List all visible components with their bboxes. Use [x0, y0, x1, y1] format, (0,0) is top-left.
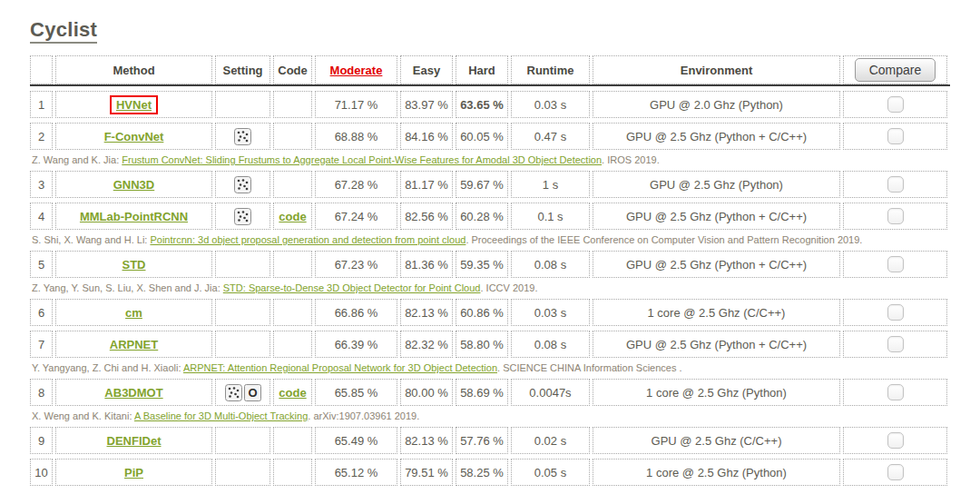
easy-cell: 84.16 % — [400, 123, 453, 150]
citation-authors: X. Weng and K. Kitani: — [32, 410, 134, 421]
compare-checkbox[interactable] — [887, 464, 904, 480]
hard-cell: 63.65 % — [456, 91, 508, 118]
runtime-cell: 0.08 s — [511, 331, 590, 358]
method-cell: DENFIDet — [55, 427, 212, 454]
laser-points-icon — [234, 208, 251, 225]
method-cell: ARPNET — [55, 331, 212, 358]
compare-checkbox[interactable] — [887, 384, 904, 400]
compare-cell — [843, 123, 947, 150]
header-setting: Setting — [215, 55, 270, 84]
citation-paper-link[interactable]: Frustum ConvNet: Sliding Frustums to Agg… — [122, 154, 602, 165]
hard-cell: 60.86 % — [456, 299, 508, 326]
page-title: Cyclist — [30, 18, 950, 42]
moderate-cell: 65.49 % — [315, 427, 397, 454]
setting-cell — [215, 427, 270, 454]
easy-cell: 79.51 % — [400, 459, 453, 486]
setting-icons — [234, 208, 251, 225]
environment-cell: GPU @ 2.5 Ghz (Python) — [593, 171, 840, 198]
table-row: 8AB3DMOTOcode65.85 %80.00 %58.69 %0.0047… — [30, 379, 950, 406]
compare-button[interactable]: Compare — [855, 58, 936, 82]
compare-checkbox[interactable] — [887, 208, 904, 224]
compare-cell — [843, 427, 947, 454]
code-cell — [273, 171, 312, 198]
method-link[interactable]: F-ConvNet — [104, 130, 164, 143]
citation-paper-link[interactable]: ARPNET: Attention Regional Proposal Netw… — [183, 362, 497, 373]
svg-text:O: O — [248, 386, 257, 400]
method-link[interactable]: AB3DMOT — [104, 386, 162, 400]
header-divider — [30, 84, 950, 86]
code-cell — [273, 123, 312, 150]
header-code: Code — [273, 55, 312, 84]
moderate-cell: 67.24 % — [315, 203, 397, 230]
compare-checkbox[interactable] — [887, 336, 904, 352]
method-link[interactable]: MMLab-PointRCNN — [80, 210, 188, 223]
compare-checkbox[interactable] — [887, 96, 904, 113]
page-title-text: Cyclist — [30, 18, 97, 44]
method-link[interactable]: DENFIDet — [107, 434, 162, 448]
table-row: 5STD67.23 %81.36 %59.35 %0.08 sGPU @ 2.5… — [30, 251, 950, 278]
setting-cell — [215, 171, 270, 198]
setting-cell — [215, 203, 270, 230]
compare-checkbox[interactable] — [887, 256, 904, 272]
method-link[interactable]: STD — [122, 258, 146, 272]
citation-paper-link[interactable]: A Baseline for 3D Multi-Object Tracking — [134, 410, 308, 421]
moderate-cell: 65.85 % — [315, 379, 397, 406]
citation-venue: . SCIENCE CHINA Information Sciences . — [497, 362, 682, 373]
citation-authors: Z. Wang and K. Jia: — [32, 154, 122, 165]
easy-cell: 83.97 % — [400, 91, 453, 118]
moderate-cell: 67.23 % — [315, 251, 397, 278]
code-cell — [273, 91, 312, 118]
runtime-cell: 0.08 s — [511, 251, 590, 278]
laser-points-icon — [234, 176, 251, 193]
moderate-cell: 68.88 % — [315, 123, 397, 150]
hard-cell: 58.25 % — [456, 459, 508, 486]
code-cell: code — [273, 203, 312, 230]
compare-cell — [843, 251, 947, 278]
code-link[interactable]: code — [279, 210, 306, 223]
table-row: 4MMLab-PointRCNNcode67.24 %82.56 %60.28 … — [30, 203, 950, 230]
setting-icons — [234, 128, 251, 145]
laser-points-icon — [225, 384, 242, 401]
header-rank — [30, 55, 53, 84]
rank-cell: 9 — [30, 427, 53, 454]
citation-row: Z. Wang and K. Jia: Frustum ConvNet: Sli… — [32, 153, 950, 166]
leaderboard-table: Method Setting Code Moderate Easy Hard R… — [30, 55, 950, 486]
method-cell: STD — [55, 251, 212, 278]
table-header-row: Method Setting Code Moderate Easy Hard R… — [30, 55, 950, 84]
code-link[interactable]: code — [279, 386, 306, 400]
citation-paper-link[interactable]: STD: Sparse-to-Dense 3D Object Detector … — [223, 282, 481, 293]
hard-cell: 58.69 % — [456, 379, 508, 406]
header-method: Method — [55, 55, 212, 84]
easy-cell: 82.32 % — [400, 331, 453, 358]
compare-checkbox[interactable] — [887, 176, 904, 193]
environment-cell: GPU @ 2.5 Ghz (Python + C/C++) — [593, 123, 840, 150]
citation-authors: Z. Yang, Y. Sun, S. Liu, X. Shen and J. … — [32, 282, 223, 293]
easy-cell: 81.17 % — [400, 171, 453, 198]
method-link[interactable]: PiP — [124, 466, 143, 479]
method-link[interactable]: cm — [125, 306, 142, 320]
highlight-box: HVNet — [110, 95, 158, 114]
moderate-cell: 66.39 % — [315, 331, 397, 358]
hard-cell: 60.28 % — [456, 203, 508, 230]
method-link[interactable]: ARPNET — [110, 338, 158, 351]
compare-checkbox[interactable] — [887, 304, 904, 321]
compare-cell — [843, 459, 947, 486]
citation-authors: S. Shi, X. Wang and H. Li: — [32, 234, 150, 245]
method-cell: cm — [55, 299, 212, 326]
page: Cyclist Method Setting Code Moderate Eas… — [0, 0, 950, 486]
citation-row: S. Shi, X. Wang and H. Li: Pointrcnn: 3d… — [32, 233, 950, 246]
environment-cell: 1 core @ 2.5 Ghz (C/C++) — [593, 299, 840, 326]
code-cell — [273, 251, 312, 278]
header-runtime: Runtime — [511, 55, 590, 84]
compare-checkbox[interactable] — [887, 432, 904, 449]
method-link[interactable]: GNN3D — [113, 178, 155, 192]
method-link[interactable]: HVNet — [116, 98, 152, 112]
compare-checkbox[interactable] — [887, 128, 904, 144]
citation-paper-link[interactable]: Pointrcnn: 3d object proposal generation… — [150, 234, 466, 245]
runtime-cell: 0.0047s — [511, 379, 590, 406]
compare-cell — [843, 331, 947, 358]
rank-cell: 7 — [30, 331, 53, 358]
citation-venue: . IROS 2019. — [602, 154, 660, 165]
method-cell: F-ConvNet — [55, 123, 212, 150]
rank-cell: 8 — [30, 379, 53, 406]
